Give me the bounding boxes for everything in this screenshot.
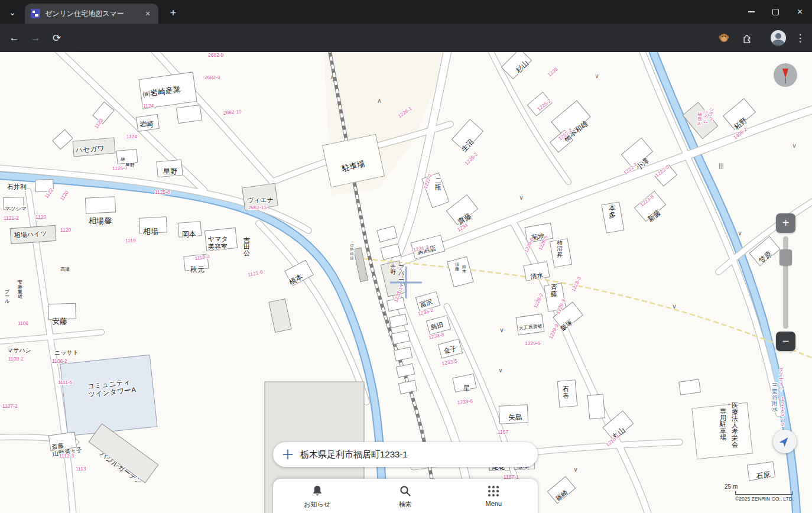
map-label: ダイナイト <box>779 367 784 391</box>
search-nav-label: 検索 <box>399 500 412 509</box>
map-label: ニッサト <box>54 349 79 356</box>
map-label: 林 <box>121 157 125 162</box>
zenrin-favicon <box>31 9 40 18</box>
map-label: 相場 <box>142 227 158 236</box>
house-number: 1106 <box>18 320 29 326</box>
map-label: 二瓶 <box>435 177 441 191</box>
window-controls: ✕ <box>739 0 812 24</box>
house-number: 2682-9 <box>204 74 220 80</box>
extensions-puzzle-icon[interactable] <box>737 28 756 47</box>
search-icon <box>398 484 413 498</box>
map-label: 本多 <box>608 204 616 219</box>
map-label: 鈴木 <box>462 265 466 273</box>
map-label: 医療法人孝栄会 <box>731 402 738 448</box>
map-label: ヴィエナ <box>247 196 274 203</box>
address-search-bar[interactable]: 栃木県足利市福居町1233-1 <box>273 442 538 467</box>
map-label: 石原 <box>755 470 771 480</box>
close-button[interactable]: ✕ <box>788 0 812 24</box>
zoom-slider-handle[interactable] <box>779 249 792 265</box>
minimize-button[interactable] <box>739 0 764 24</box>
house-number: 1111-5 <box>58 379 73 385</box>
house-number: 2682-9 <box>208 52 224 58</box>
zoom-out-button[interactable]: − <box>776 332 795 351</box>
map-symbol: ∨ <box>738 229 742 236</box>
map-label: 石井利 <box>7 183 27 190</box>
chevron-down-icon[interactable]: ⌄ <box>5 5 20 20</box>
forward-button[interactable]: → <box>26 28 45 47</box>
map-label: 岡本 <box>182 230 196 238</box>
map-symbol: ∨ <box>672 303 677 310</box>
house-number: 1119 <box>125 238 136 243</box>
notifications-button[interactable]: お知らせ <box>273 479 361 513</box>
map-label: 秋元 <box>190 265 204 274</box>
scale-label: 25 m <box>722 483 805 490</box>
house-number: 1113 <box>76 466 86 472</box>
house-number: 1120 <box>59 189 70 202</box>
browser-tab[interactable]: ゼンリン住宅地図スマー ✕ <box>25 4 158 24</box>
new-tab-button[interactable]: + <box>165 5 181 21</box>
house-number: 1229-5 <box>525 340 541 346</box>
house-number: 1121-6 <box>247 269 264 278</box>
grid-icon <box>486 484 501 498</box>
house-number: 1228-2 <box>532 292 544 309</box>
map-label: ハイム <box>703 109 708 124</box>
puzzle-icon <box>741 33 752 44</box>
search-nav-button[interactable]: 検索 <box>361 479 449 513</box>
extension-icon[interactable] <box>714 28 733 47</box>
plus-marker-icon <box>282 449 293 460</box>
profile-button[interactable] <box>769 28 788 47</box>
map-symbol: ∧ <box>330 73 334 80</box>
map-viewport[interactable]: ∧∧∨∨∨∨∨∨∨∨|||㈱岩崎産業岩崎ハセガワ星野林星野石井利マツシマ相場馨相… <box>0 52 812 513</box>
search-input[interactable]: 栃木県足利市福居町1233-1 <box>300 449 408 460</box>
map-label: プール <box>5 289 10 304</box>
map-label: 吉田公 <box>243 236 250 256</box>
browser-window: ⌄ ゼンリン住宅地図スマー ✕ + ✕ ← → ⟳ app.zip-site.c… <box>0 0 812 513</box>
bottom-sheet: お知らせ 検索 Menu <box>273 479 538 513</box>
house-number: 1233-6 <box>457 398 473 405</box>
maximize-icon <box>772 9 779 15</box>
map-label: マツシマ <box>5 206 27 212</box>
map-label: 星 <box>463 384 470 391</box>
map-label: 星野 <box>163 167 177 176</box>
map-label: 井野 <box>390 263 396 275</box>
house-number: 1233-5 <box>441 358 458 366</box>
house-number: 1121-2 <box>4 215 19 221</box>
map-symbol: ∨ <box>792 142 797 149</box>
house-number: 1120 <box>35 214 47 220</box>
map-label: 柿沼昇 <box>557 239 563 258</box>
maximize-button[interactable] <box>764 0 788 24</box>
map-label: 安藤重雄 <box>17 280 22 299</box>
house-number: 1236 <box>547 66 559 78</box>
menu-button[interactable]: Menu <box>450 479 538 513</box>
house-number: 1215-2 <box>781 396 784 427</box>
monkey-extension-icon <box>718 32 730 44</box>
map-symbol: ∨ <box>498 366 503 374</box>
tab-title: ゼンリン住宅地図スマー <box>45 9 139 19</box>
map-label: アパート <box>398 264 404 288</box>
reload-button[interactable]: ⟳ <box>47 28 66 47</box>
map-symbol: ∨ <box>499 326 504 333</box>
zoom-in-button[interactable]: + <box>776 213 795 233</box>
bell-icon <box>310 484 324 498</box>
map-label: 岩崎 <box>139 120 154 128</box>
house-number: 1120 <box>60 227 72 233</box>
house-number: 1167 <box>498 429 509 435</box>
house-number: 1107-2 <box>2 403 18 409</box>
back-button[interactable]: ← <box>5 28 24 47</box>
house-number: 1124 <box>126 134 138 139</box>
tab-close-icon[interactable]: ✕ <box>143 9 152 18</box>
house-number: 1108-2 <box>8 356 24 362</box>
map-symbol: ∨ <box>595 72 599 79</box>
compass-button[interactable] <box>773 63 798 87</box>
map-label: 矢島 <box>508 413 522 421</box>
locate-me-button[interactable] <box>773 430 797 453</box>
house-number: 1125-7 <box>112 165 128 171</box>
copyright-notice: ©2025 ZENRIN CO., LTD. <box>735 496 805 502</box>
map-symbol: ∨ <box>519 194 524 201</box>
menu-label: Menu <box>486 500 502 507</box>
map-label: 安藤 <box>52 317 67 326</box>
scale-bar <box>735 491 793 495</box>
house-number: 2682-10 <box>223 108 242 116</box>
avatar <box>771 30 786 46</box>
kebab-menu-icon[interactable]: ⋮ <box>791 28 810 47</box>
